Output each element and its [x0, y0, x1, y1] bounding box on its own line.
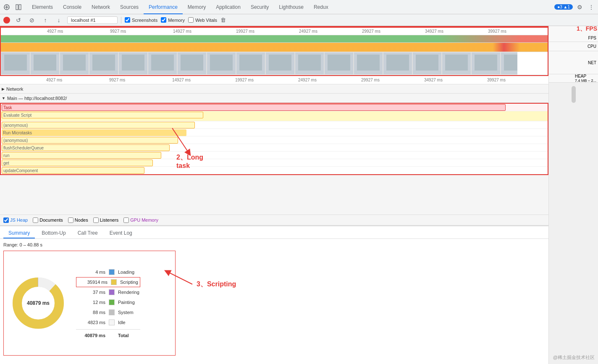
tab-application[interactable]: Application: [211, 0, 246, 14]
evaluate-script-bar: Evaluate Script: [2, 112, 203, 118]
tick-3: 14927 ms: [173, 29, 191, 34]
task-bar: Task: [2, 104, 506, 111]
fps-bar: [1, 35, 548, 43]
webvitals-checkbox[interactable]: Web Vitals: [188, 17, 217, 23]
jsheap-checkbox[interactable]: JS Heap: [3, 217, 28, 223]
tab-network[interactable]: Network: [87, 0, 115, 14]
idle-color: [109, 319, 115, 325]
legend-table: 4 ms Loading 35914 ms Scripting 37 ms: [76, 267, 140, 339]
record-button[interactable]: [3, 17, 10, 24]
tab-lighthouse[interactable]: Lighthouse: [274, 0, 309, 14]
total-val: 40879 ms: [76, 333, 105, 338]
devtools-icon: [2, 2, 12, 12]
tab-sources[interactable]: Sources: [115, 0, 144, 14]
right-panel: 1、FPS FPS CPU NET HEAP 7.4 MB – 2...: [548, 26, 598, 364]
tab-elements[interactable]: Elements: [27, 0, 58, 14]
url-display: localhost #1: [67, 16, 118, 24]
devtools-tabbar: Elements Console Network Sources Perform…: [0, 0, 598, 14]
fps-annotation: 1、FPS: [577, 25, 597, 33]
idle-label: Idle: [118, 320, 126, 325]
settings-icon[interactable]: ⚙: [574, 2, 585, 12]
legend-row-painting: 12 ms Painting: [76, 297, 140, 307]
tick2-1: 4927 ms: [46, 78, 62, 82]
scripting-val: 35914 ms: [78, 280, 108, 285]
rendering-label: Rendering: [118, 290, 139, 295]
tab-calltree[interactable]: Call Tree: [73, 228, 103, 238]
range-label: Range: 0 – 40.88 s: [3, 242, 545, 247]
clear-recording-button[interactable]: 🗑: [220, 17, 226, 23]
legend-row-scripting: 35914 ms Scripting: [76, 277, 140, 287]
microtasks-bar: Run Microtasks: [2, 129, 186, 136]
network-section-header[interactable]: ▶ Network: [0, 84, 548, 94]
badge-count: ●3 ▲1: [554, 4, 573, 10]
rendering-val: 37 ms: [76, 290, 105, 295]
flame-row-microtasks: Run Microtasks: [1, 129, 548, 136]
svg-rect-6: [1, 52, 517, 75]
nodes-checkbox[interactable]: Nodes: [68, 217, 88, 223]
tick-7: 34927 ms: [425, 29, 443, 34]
scrollbar-thumb[interactable]: [572, 86, 576, 103]
donut-center-label: 40879 ms: [27, 300, 50, 306]
tick2-4: 19927 ms: [235, 78, 254, 82]
heap-value: 7.4 MB – 2...: [575, 79, 596, 83]
legend-row-total: 40879 ms Total: [76, 329, 140, 339]
flame-chart-bordered: Task Evaluate Script 35.45 s (self 48 μs…: [0, 103, 548, 175]
documents-checkbox[interactable]: Documents: [33, 217, 63, 223]
total-label: Total: [118, 333, 129, 338]
tab-bottomup[interactable]: Bottom-Up: [37, 228, 71, 238]
tick-1: 4927 ms: [47, 29, 63, 34]
tick-4: 19927 ms: [236, 29, 254, 34]
tab-performance[interactable]: Performance: [144, 0, 183, 14]
screenshots-strip: [1, 52, 548, 75]
refresh-button[interactable]: ↺: [13, 15, 24, 25]
tab-summary[interactable]: Summary: [3, 228, 35, 238]
tick-2: 9927 ms: [110, 29, 126, 34]
bottom-tabs: Summary Bottom-Up Call Tree Event Log: [0, 226, 548, 239]
flame-row-task: Task: [1, 104, 548, 111]
summary-chart-container: 40879 ms 4 ms Loading 35914 ms: [3, 251, 176, 356]
main-label: Main — http://localhost:8082/: [7, 96, 67, 101]
painting-val: 12 ms: [76, 300, 105, 305]
system-color: [109, 309, 115, 315]
svg-rect-2: [19, 5, 21, 10]
flame-row-anon2: (anonymous): [1, 136, 548, 144]
tick-6: 29927 ms: [362, 29, 380, 34]
timeline-overview: 4927 ms 9927 ms 14927 ms 19927 ms 24927 …: [0, 26, 548, 76]
import-button[interactable]: ↑: [40, 15, 50, 25]
watermark: @稀土掘金技术社区: [553, 354, 595, 361]
clear-button[interactable]: ⊘: [27, 15, 37, 25]
system-val: 88 ms: [76, 310, 105, 315]
tick2-8: 39927 ms: [487, 78, 506, 82]
legend-row-loading: 4 ms Loading: [76, 267, 140, 277]
loading-label: Loading: [118, 270, 134, 275]
flame-chart-area: Task Evaluate Script 35.45 s (self 48 μs…: [0, 103, 548, 215]
tab-eventlog[interactable]: Event Log: [105, 228, 137, 238]
tick2-6: 29927 ms: [361, 78, 380, 82]
tick-8: 39927 ms: [488, 29, 506, 34]
gpumemory-checkbox[interactable]: GPU Memory: [123, 217, 158, 223]
listeners-checkbox[interactable]: Listeners: [93, 217, 119, 223]
tab-console[interactable]: Console: [58, 0, 87, 14]
flame-row-flush: flushSchedulerQueue: [1, 144, 548, 152]
screenshots-checkbox[interactable]: Screenshots: [125, 17, 157, 23]
cpu-right-label: CPU: [588, 44, 596, 49]
fps-label-row: 1、FPS: [549, 26, 598, 34]
get-bar: get: [2, 160, 153, 166]
annotation-scripting-label: 3、Scripting: [197, 280, 236, 289]
cpu-right: CPU: [549, 42, 598, 51]
tab-memory[interactable]: Memory: [183, 0, 211, 14]
flame-row-run: run: [1, 152, 548, 159]
right-scrollbar[interactable]: [549, 83, 598, 364]
window-toggle[interactable]: [13, 2, 24, 12]
loading-val: 4 ms: [76, 270, 105, 275]
legend-row-rendering: 37 ms Rendering: [76, 287, 140, 297]
fps-right-label: FPS: [588, 36, 596, 40]
export-button[interactable]: ↓: [54, 15, 64, 25]
idle-val: 4823 ms: [76, 320, 105, 325]
donut-chart: 40879 ms: [9, 274, 68, 333]
more-icon[interactable]: ⋮: [586, 2, 596, 12]
memory-checkbox[interactable]: Memory: [161, 17, 185, 23]
summary-body: 40879 ms 4 ms Loading 35914 ms: [3, 251, 545, 356]
tab-redux[interactable]: Redux: [309, 0, 333, 14]
tab-security[interactable]: Security: [246, 0, 274, 14]
